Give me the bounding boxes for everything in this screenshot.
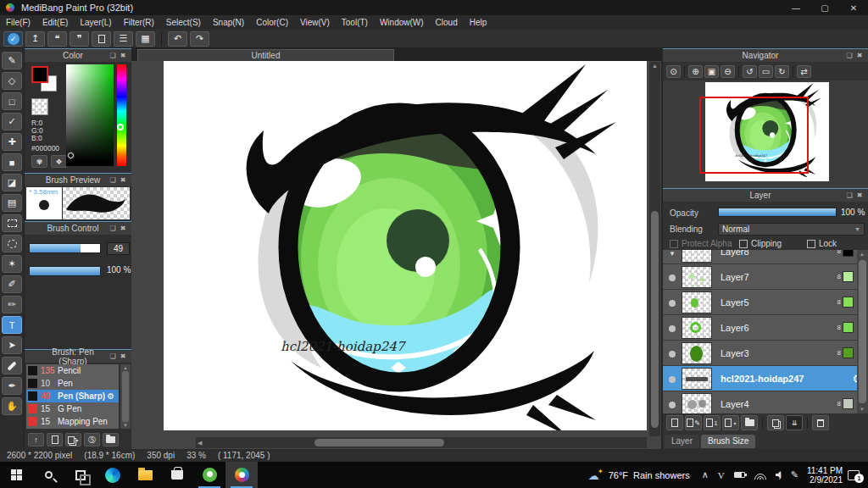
wifi-icon[interactable] (754, 471, 766, 480)
move-tool[interactable]: ✚ (2, 133, 22, 151)
panel-popout-icon[interactable]: ❏ (844, 191, 854, 199)
reset-rotation-button[interactable]: ▭ (759, 65, 773, 78)
select-pen-tool[interactable]: ✐ (2, 275, 22, 293)
navigator-view[interactable] (663, 80, 868, 188)
sv-cursor[interactable] (68, 152, 74, 158)
publish-button[interactable]: ↥ (25, 31, 45, 47)
tray-app-icon[interactable]: V (718, 470, 725, 480)
chat-button[interactable]: ❞ (70, 31, 89, 47)
add-layer-menu-button[interactable]: ▾ (722, 415, 739, 430)
navigator-viewport-rect[interactable] (699, 97, 809, 174)
add-layer-button[interactable] (666, 415, 683, 430)
document-button[interactable] (92, 31, 111, 47)
undo-button[interactable]: ↶ (168, 31, 187, 47)
maximize-icon[interactable]: ▢ (810, 0, 839, 15)
scroll-left-icon[interactable]: ◀ (198, 437, 202, 448)
windows-ink-icon[interactable]: ✎ (791, 469, 798, 480)
operation-tool[interactable]: ➤ (2, 336, 22, 354)
scroll-thumb[interactable] (314, 439, 444, 446)
tab-layer[interactable]: Layer (665, 435, 699, 448)
panel-popout-icon[interactable]: ❏ (844, 52, 854, 59)
palette-button[interactable]: ✾ (31, 155, 47, 168)
add-1bit-layer-button[interactable]: 1 (704, 415, 721, 430)
brush-tool[interactable]: ✎ (2, 52, 22, 69)
layer-panel-header[interactable]: Layer ❏ ✖ (663, 188, 868, 202)
merge-layer-button[interactable]: ⇊ (786, 415, 803, 430)
menu-tool[interactable]: Tool(T) (336, 15, 374, 30)
medibang-cloud-button[interactable]: ✓ (3, 31, 23, 47)
blending-select[interactable]: Normal ▼ (718, 223, 865, 236)
action-center-button[interactable]: 1 (848, 470, 860, 480)
layer-visibility-toggle[interactable] (663, 396, 682, 412)
shape-tool[interactable]: □ (2, 92, 22, 110)
hue-slider[interactable] (117, 64, 126, 166)
redo-button[interactable]: ↷ (190, 31, 209, 47)
taskbar-coccoc-browser[interactable] (193, 462, 225, 488)
taskbar-clock[interactable]: 11:41 PM 2/9/2021 (807, 466, 843, 485)
menu-help[interactable]: Help (464, 15, 493, 30)
canvas-vertical-scrollbar[interactable]: ▲ (649, 62, 660, 436)
brush-preview-header[interactable]: Brush Preview ❏ ✖ (25, 173, 131, 186)
cloud-brush-button[interactable]: ↑ (28, 433, 44, 446)
layer-opacity-slider[interactable] (718, 208, 837, 217)
bucket-tool[interactable]: ◪ (2, 174, 22, 191)
panel-close-icon[interactable]: ✖ (118, 225, 128, 232)
brush-size-value[interactable]: 49 (107, 242, 130, 255)
scroll-down-icon[interactable]: ▼ (860, 407, 865, 412)
panel-popout-icon[interactable]: ❏ (108, 52, 118, 59)
flip-horizontal-button[interactable]: ⇄ (797, 65, 811, 78)
document-tab[interactable]: Untitled (137, 49, 394, 61)
tray-overflow-chevron-icon[interactable]: ∧ (702, 469, 709, 480)
layer-visibility-toggle[interactable] (663, 295, 682, 310)
panel-close-icon[interactable]: ✖ (854, 191, 865, 199)
brush-settings-gear-icon[interactable]: ⚙ (107, 391, 114, 401)
layer-visibility-toggle[interactable] (663, 320, 682, 336)
add-folder-button[interactable] (741, 415, 758, 430)
task-view-button[interactable] (64, 462, 97, 488)
layer-expand-toggle[interactable]: ▼ (663, 250, 682, 259)
zoom-in-button[interactable]: ⊕ (688, 65, 703, 78)
menu-snap[interactable]: Snap(N) (207, 15, 250, 30)
transparent-color-swatch[interactable] (31, 98, 48, 115)
brush-size-slider[interactable] (29, 243, 101, 253)
scroll-thumb[interactable] (122, 371, 129, 422)
material-button[interactable]: ▦ (136, 31, 155, 47)
scroll-thumb[interactable] (859, 260, 866, 403)
brush-folder-button[interactable] (103, 433, 119, 446)
layer-row[interactable]: Layer3 8 (663, 341, 868, 366)
taskbar-file-explorer[interactable] (129, 462, 161, 488)
brush-control-header[interactable]: Brush Control ❏ ✖ (25, 221, 131, 235)
protect-alpha-checkbox[interactable]: Protect Alpha (670, 239, 732, 248)
panel-popout-icon[interactable]: ❏ (108, 176, 118, 184)
eyedropper-tool[interactable]: ✒ (2, 377, 22, 395)
close-icon[interactable]: ✕ (839, 0, 868, 15)
panel-close-icon[interactable]: ✖ (118, 52, 128, 59)
brush-row-pencil[interactable]: 135 Pencil (26, 364, 119, 377)
taskbar-edge[interactable] (97, 462, 129, 488)
delete-layer-button[interactable] (812, 415, 829, 430)
color-panel-header[interactable]: Color ❏ ✖ (25, 48, 131, 62)
divide-tool[interactable] (2, 357, 22, 374)
layer-visibility-toggle[interactable] (663, 346, 682, 361)
taskbar-medibang[interactable] (225, 462, 258, 488)
scroll-up-icon[interactable]: ▲ (123, 365, 128, 370)
layer-row[interactable]: ▼ Layer8 8 (663, 250, 868, 264)
rotate-left-button[interactable]: ↺ (743, 65, 757, 78)
brush-panel-header[interactable]: Brush: Pen (Sharp) ❏ ✖ (25, 349, 131, 363)
start-button[interactable] (0, 462, 32, 488)
menu-select[interactable]: Select(S) (160, 15, 207, 30)
menu-color[interactable]: Color(C) (250, 15, 294, 30)
gradient-tool[interactable]: ▤ (2, 194, 22, 212)
panel-close-icon[interactable]: ✖ (118, 176, 128, 184)
menu-edit[interactable]: Edit(E) (36, 15, 75, 30)
layer-row[interactable]: Layer4 8 (663, 391, 868, 413)
navigator-thumbnail[interactable] (705, 82, 829, 181)
layer-row[interactable]: Layer6 8 (663, 315, 868, 341)
volume-control[interactable]: ) (776, 471, 782, 480)
text-tool[interactable]: T (2, 316, 22, 334)
canvas-viewport[interactable]: hcl2021-hoidap247 ▲ ◀ (131, 61, 661, 449)
select-eraser-tool[interactable]: ✏ (2, 296, 22, 313)
eraser-tool[interactable]: ◇ (2, 72, 22, 90)
scroll-thumb[interactable] (651, 211, 659, 428)
canvas-horizontal-scrollbar[interactable]: ◀ (196, 437, 647, 448)
